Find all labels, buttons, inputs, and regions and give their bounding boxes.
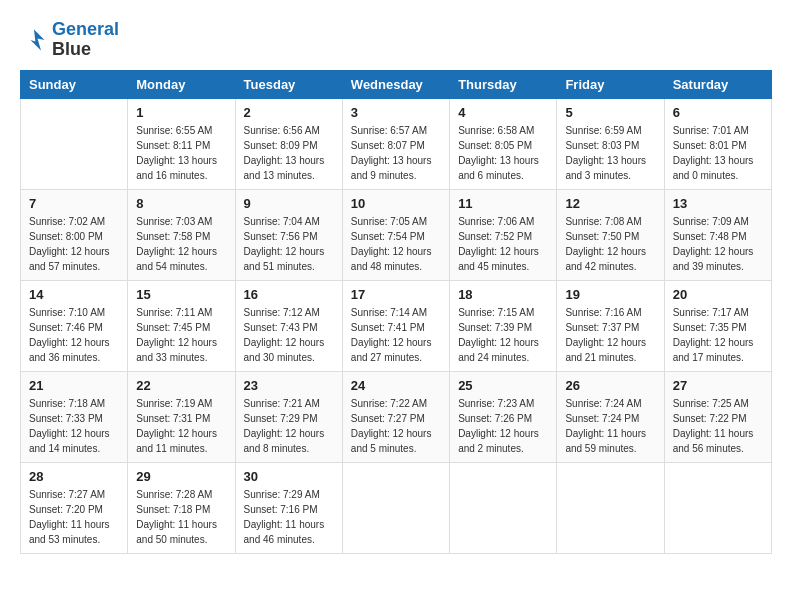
day-info: Sunrise: 7:27 AMSunset: 7:20 PMDaylight:… — [29, 487, 119, 547]
calendar-week-row: 28Sunrise: 7:27 AMSunset: 7:20 PMDayligh… — [21, 462, 772, 553]
day-number: 17 — [351, 287, 441, 302]
calendar-cell: 24Sunrise: 7:22 AMSunset: 7:27 PMDayligh… — [342, 371, 449, 462]
day-info: Sunrise: 7:24 AMSunset: 7:24 PMDaylight:… — [565, 396, 655, 456]
day-info: Sunrise: 7:02 AMSunset: 8:00 PMDaylight:… — [29, 214, 119, 274]
day-info: Sunrise: 7:17 AMSunset: 7:35 PMDaylight:… — [673, 305, 763, 365]
calendar-cell: 8Sunrise: 7:03 AMSunset: 7:58 PMDaylight… — [128, 189, 235, 280]
day-number: 27 — [673, 378, 763, 393]
calendar-cell: 4Sunrise: 6:58 AMSunset: 8:05 PMDaylight… — [450, 98, 557, 189]
day-number: 5 — [565, 105, 655, 120]
calendar-cell: 14Sunrise: 7:10 AMSunset: 7:46 PMDayligh… — [21, 280, 128, 371]
day-number: 19 — [565, 287, 655, 302]
calendar-cell — [342, 462, 449, 553]
page-header: General Blue — [20, 20, 772, 60]
logo-icon — [20, 26, 48, 54]
calendar-cell: 13Sunrise: 7:09 AMSunset: 7:48 PMDayligh… — [664, 189, 771, 280]
calendar-cell: 30Sunrise: 7:29 AMSunset: 7:16 PMDayligh… — [235, 462, 342, 553]
day-info: Sunrise: 7:05 AMSunset: 7:54 PMDaylight:… — [351, 214, 441, 274]
day-info: Sunrise: 7:19 AMSunset: 7:31 PMDaylight:… — [136, 396, 226, 456]
day-number: 23 — [244, 378, 334, 393]
day-number: 16 — [244, 287, 334, 302]
day-info: Sunrise: 7:12 AMSunset: 7:43 PMDaylight:… — [244, 305, 334, 365]
calendar-cell: 11Sunrise: 7:06 AMSunset: 7:52 PMDayligh… — [450, 189, 557, 280]
calendar-cell: 29Sunrise: 7:28 AMSunset: 7:18 PMDayligh… — [128, 462, 235, 553]
day-number: 20 — [673, 287, 763, 302]
logo: General Blue — [20, 20, 119, 60]
day-number: 1 — [136, 105, 226, 120]
calendar-cell: 16Sunrise: 7:12 AMSunset: 7:43 PMDayligh… — [235, 280, 342, 371]
day-number: 9 — [244, 196, 334, 211]
day-number: 22 — [136, 378, 226, 393]
day-info: Sunrise: 7:18 AMSunset: 7:33 PMDaylight:… — [29, 396, 119, 456]
calendar-cell: 3Sunrise: 6:57 AMSunset: 8:07 PMDaylight… — [342, 98, 449, 189]
day-info: Sunrise: 7:08 AMSunset: 7:50 PMDaylight:… — [565, 214, 655, 274]
day-number: 18 — [458, 287, 548, 302]
day-number: 13 — [673, 196, 763, 211]
calendar-cell — [557, 462, 664, 553]
day-number: 14 — [29, 287, 119, 302]
day-number: 10 — [351, 196, 441, 211]
calendar-cell: 26Sunrise: 7:24 AMSunset: 7:24 PMDayligh… — [557, 371, 664, 462]
day-info: Sunrise: 7:22 AMSunset: 7:27 PMDaylight:… — [351, 396, 441, 456]
calendar-cell: 28Sunrise: 7:27 AMSunset: 7:20 PMDayligh… — [21, 462, 128, 553]
day-info: Sunrise: 7:09 AMSunset: 7:48 PMDaylight:… — [673, 214, 763, 274]
calendar-cell: 25Sunrise: 7:23 AMSunset: 7:26 PMDayligh… — [450, 371, 557, 462]
weekday-header: Wednesday — [342, 70, 449, 98]
day-info: Sunrise: 7:10 AMSunset: 7:46 PMDaylight:… — [29, 305, 119, 365]
calendar-cell: 18Sunrise: 7:15 AMSunset: 7:39 PMDayligh… — [450, 280, 557, 371]
day-info: Sunrise: 6:55 AMSunset: 8:11 PMDaylight:… — [136, 123, 226, 183]
calendar-cell: 20Sunrise: 7:17 AMSunset: 7:35 PMDayligh… — [664, 280, 771, 371]
calendar-header-row: SundayMondayTuesdayWednesdayThursdayFrid… — [21, 70, 772, 98]
calendar-cell: 2Sunrise: 6:56 AMSunset: 8:09 PMDaylight… — [235, 98, 342, 189]
day-info: Sunrise: 7:06 AMSunset: 7:52 PMDaylight:… — [458, 214, 548, 274]
day-number: 24 — [351, 378, 441, 393]
calendar-cell: 22Sunrise: 7:19 AMSunset: 7:31 PMDayligh… — [128, 371, 235, 462]
calendar-cell: 10Sunrise: 7:05 AMSunset: 7:54 PMDayligh… — [342, 189, 449, 280]
weekday-header: Saturday — [664, 70, 771, 98]
day-number: 21 — [29, 378, 119, 393]
day-info: Sunrise: 6:57 AMSunset: 8:07 PMDaylight:… — [351, 123, 441, 183]
calendar-cell: 19Sunrise: 7:16 AMSunset: 7:37 PMDayligh… — [557, 280, 664, 371]
day-info: Sunrise: 7:25 AMSunset: 7:22 PMDaylight:… — [673, 396, 763, 456]
day-number: 8 — [136, 196, 226, 211]
day-number: 6 — [673, 105, 763, 120]
day-number: 11 — [458, 196, 548, 211]
day-info: Sunrise: 7:04 AMSunset: 7:56 PMDaylight:… — [244, 214, 334, 274]
calendar-cell: 5Sunrise: 6:59 AMSunset: 8:03 PMDaylight… — [557, 98, 664, 189]
day-info: Sunrise: 7:03 AMSunset: 7:58 PMDaylight:… — [136, 214, 226, 274]
calendar-cell: 21Sunrise: 7:18 AMSunset: 7:33 PMDayligh… — [21, 371, 128, 462]
weekday-header: Monday — [128, 70, 235, 98]
calendar-week-row: 1Sunrise: 6:55 AMSunset: 8:11 PMDaylight… — [21, 98, 772, 189]
day-info: Sunrise: 6:56 AMSunset: 8:09 PMDaylight:… — [244, 123, 334, 183]
calendar-cell — [21, 98, 128, 189]
calendar-week-row: 14Sunrise: 7:10 AMSunset: 7:46 PMDayligh… — [21, 280, 772, 371]
day-number: 28 — [29, 469, 119, 484]
calendar-cell: 1Sunrise: 6:55 AMSunset: 8:11 PMDaylight… — [128, 98, 235, 189]
weekday-header: Thursday — [450, 70, 557, 98]
day-info: Sunrise: 7:15 AMSunset: 7:39 PMDaylight:… — [458, 305, 548, 365]
day-info: Sunrise: 7:28 AMSunset: 7:18 PMDaylight:… — [136, 487, 226, 547]
day-number: 2 — [244, 105, 334, 120]
day-info: Sunrise: 7:23 AMSunset: 7:26 PMDaylight:… — [458, 396, 548, 456]
day-number: 25 — [458, 378, 548, 393]
svg-marker-0 — [31, 29, 45, 50]
calendar-cell: 15Sunrise: 7:11 AMSunset: 7:45 PMDayligh… — [128, 280, 235, 371]
weekday-header: Sunday — [21, 70, 128, 98]
day-number: 3 — [351, 105, 441, 120]
day-number: 15 — [136, 287, 226, 302]
day-number: 30 — [244, 469, 334, 484]
day-number: 29 — [136, 469, 226, 484]
calendar-table: SundayMondayTuesdayWednesdayThursdayFrid… — [20, 70, 772, 554]
calendar-cell: 6Sunrise: 7:01 AMSunset: 8:01 PMDaylight… — [664, 98, 771, 189]
day-info: Sunrise: 6:58 AMSunset: 8:05 PMDaylight:… — [458, 123, 548, 183]
day-info: Sunrise: 7:11 AMSunset: 7:45 PMDaylight:… — [136, 305, 226, 365]
day-info: Sunrise: 7:14 AMSunset: 7:41 PMDaylight:… — [351, 305, 441, 365]
weekday-header: Friday — [557, 70, 664, 98]
calendar-cell: 23Sunrise: 7:21 AMSunset: 7:29 PMDayligh… — [235, 371, 342, 462]
day-info: Sunrise: 7:29 AMSunset: 7:16 PMDaylight:… — [244, 487, 334, 547]
calendar-cell: 9Sunrise: 7:04 AMSunset: 7:56 PMDaylight… — [235, 189, 342, 280]
day-number: 12 — [565, 196, 655, 211]
calendar-cell — [450, 462, 557, 553]
day-info: Sunrise: 7:16 AMSunset: 7:37 PMDaylight:… — [565, 305, 655, 365]
calendar-cell: 7Sunrise: 7:02 AMSunset: 8:00 PMDaylight… — [21, 189, 128, 280]
